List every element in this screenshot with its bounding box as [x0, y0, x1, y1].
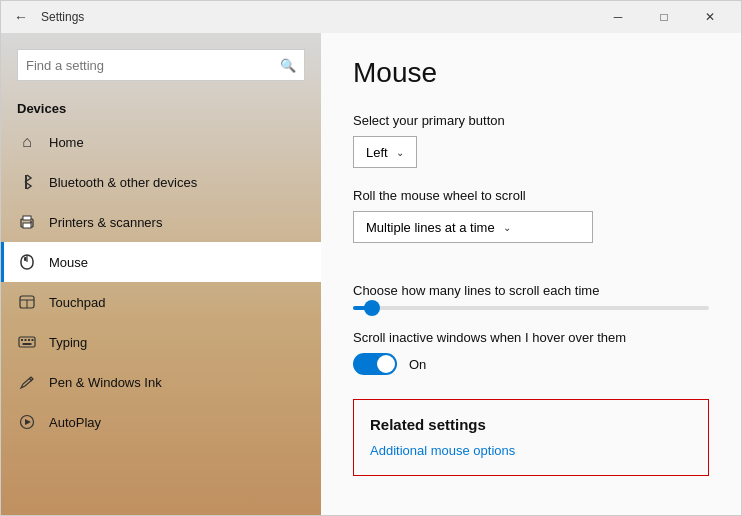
slider-thumb[interactable]	[364, 300, 380, 316]
content-area: 🔍 Devices ⌂ Home	[1, 33, 741, 515]
home-icon: ⌂	[17, 132, 37, 152]
svg-rect-2	[23, 223, 31, 228]
scroll-wheel-dropdown[interactable]: Multiple lines at a time ⌄	[353, 211, 593, 243]
svg-rect-14	[28, 339, 30, 341]
title-bar: ← Settings ─ □ ✕	[1, 1, 741, 33]
scroll-wheel-value: Multiple lines at a time	[366, 220, 495, 235]
section-label: Devices	[1, 89, 321, 122]
svg-point-4	[30, 221, 32, 223]
svg-rect-13	[25, 339, 27, 341]
slider-track[interactable]	[353, 306, 709, 310]
main-content: Mouse Select your primary button Left ⌄ …	[321, 33, 741, 515]
sidebar-item-printers[interactable]: Printers & scanners	[1, 202, 321, 242]
chevron-down-icon: ⌄	[396, 147, 404, 158]
sidebar-item-mouse[interactable]: Mouse	[1, 242, 321, 282]
svg-rect-12	[21, 339, 23, 341]
autoplay-icon	[17, 412, 37, 432]
window: ← Settings ─ □ ✕ 🔍 Devices ⌂ Home	[0, 0, 742, 516]
sidebar-item-label: Touchpad	[49, 295, 105, 310]
svg-rect-7	[24, 257, 27, 261]
search-input[interactable]	[26, 58, 272, 73]
primary-button-value: Left	[366, 145, 388, 160]
sidebar-item-label: Printers & scanners	[49, 215, 162, 230]
keyboard-icon	[17, 332, 37, 352]
back-button[interactable]: ←	[9, 5, 33, 29]
primary-button-dropdown[interactable]: Left ⌄	[353, 136, 417, 168]
touchpad-icon	[17, 292, 37, 312]
toggle-thumb	[377, 355, 395, 373]
sidebar-item-label: Home	[49, 135, 84, 150]
additional-mouse-options-link[interactable]: Additional mouse options	[370, 443, 515, 458]
sidebar-item-label: Pen & Windows Ink	[49, 375, 162, 390]
sidebar-item-label: Typing	[49, 335, 87, 350]
sidebar-item-label: Bluetooth & other devices	[49, 175, 197, 190]
sidebar-item-home[interactable]: ⌂ Home	[1, 122, 321, 162]
toggle-state-label: On	[409, 357, 426, 372]
sidebar-items: ⌂ Home Bluetooth & other devices	[1, 122, 321, 515]
svg-rect-3	[23, 216, 31, 220]
sidebar-header: 🔍	[1, 33, 321, 89]
related-settings-title: Related settings	[370, 416, 692, 433]
scroll-lines-slider-container	[353, 306, 709, 310]
search-icon: 🔍	[280, 58, 296, 73]
sidebar-item-typing[interactable]: Typing	[1, 322, 321, 362]
svg-marker-18	[25, 419, 31, 425]
title-bar-controls: ─ □ ✕	[595, 1, 733, 33]
related-settings-box: Related settings Additional mouse option…	[353, 399, 709, 476]
close-button[interactable]: ✕	[687, 1, 733, 33]
sidebar-item-bluetooth[interactable]: Bluetooth & other devices	[1, 162, 321, 202]
mouse-icon	[17, 252, 37, 272]
page-title: Mouse	[353, 57, 709, 89]
sidebar-item-touchpad[interactable]: Touchpad	[1, 282, 321, 322]
sidebar-item-label: Mouse	[49, 255, 88, 270]
search-box[interactable]: 🔍	[17, 49, 305, 81]
bluetooth-icon	[17, 172, 37, 192]
svg-rect-15	[32, 339, 34, 341]
maximize-button[interactable]: □	[641, 1, 687, 33]
chevron-down-icon: ⌄	[503, 222, 511, 233]
title-bar-title: Settings	[33, 10, 595, 24]
scroll-lines-label: Choose how many lines to scroll each tim…	[353, 283, 709, 298]
scroll-inactive-toggle[interactable]	[353, 353, 397, 375]
toggle-row: On	[353, 353, 709, 375]
printer-icon	[17, 212, 37, 232]
scroll-wheel-label: Roll the mouse wheel to scroll	[353, 188, 709, 203]
scroll-wheel-section: Roll the mouse wheel to scroll Multiple …	[353, 188, 709, 263]
pen-icon	[17, 372, 37, 392]
sidebar: 🔍 Devices ⌂ Home	[1, 33, 321, 515]
primary-button-label: Select your primary button	[353, 113, 709, 128]
sidebar-item-label: AutoPlay	[49, 415, 101, 430]
sidebar-item-autoplay[interactable]: AutoPlay	[1, 402, 321, 442]
svg-rect-16	[23, 343, 32, 345]
scroll-inactive-label: Scroll inactive windows when I hover ove…	[353, 330, 709, 345]
minimize-button[interactable]: ─	[595, 1, 641, 33]
svg-rect-11	[19, 337, 35, 347]
sidebar-item-pen[interactable]: Pen & Windows Ink	[1, 362, 321, 402]
